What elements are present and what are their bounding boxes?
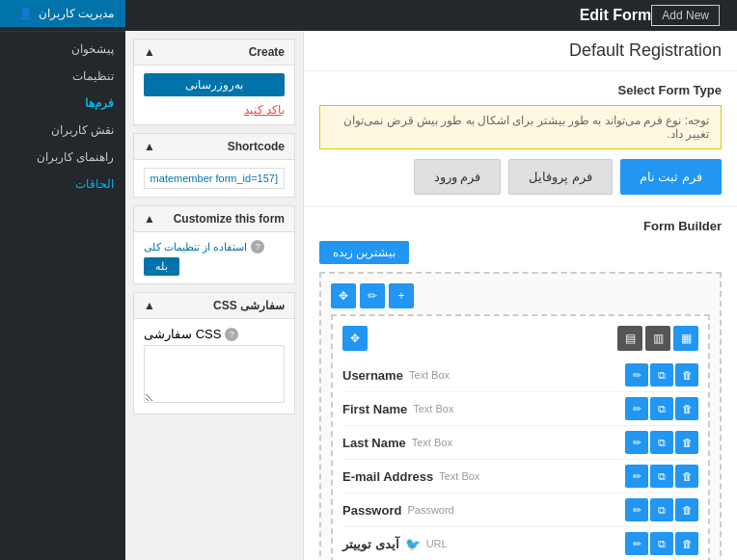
shortcode-section: ▲ Shortcode bbox=[133, 133, 295, 198]
add-canvas-btn[interactable]: + bbox=[389, 283, 414, 308]
main-area: Edit Form Add New ▲ Create به‌روزرسانی ب… bbox=[125, 0, 737, 560]
field-edit-btn[interactable]: ✏ bbox=[625, 363, 648, 387]
page-title: Edit Form bbox=[580, 7, 652, 24]
customize-link[interactable]: استفاده از تنظیمات کلی bbox=[144, 241, 247, 253]
form-type-login[interactable]: فرم ورود bbox=[414, 159, 502, 195]
sidebar-item-user-management[interactable]: 👤 مدیریت کاربران bbox=[0, 0, 125, 27]
field-copy-btn[interactable]: ⧉ bbox=[650, 363, 673, 387]
info-icon: ? bbox=[251, 240, 264, 253]
yes-button[interactable]: بله bbox=[144, 257, 179, 276]
layout-1col-btn[interactable]: ▤ bbox=[617, 326, 642, 351]
field-edit-btn[interactable]: ✏ bbox=[625, 465, 648, 488]
sidebar-item-label: نقش کاربران bbox=[51, 123, 114, 137]
move-handle-outer[interactable]: ✥ bbox=[331, 283, 356, 308]
triangle-icon-4: ▲ bbox=[144, 299, 155, 312]
add-new-button[interactable]: Add New bbox=[651, 5, 720, 26]
sidebar-item-label: تنظیمات bbox=[72, 69, 114, 83]
customize-section: ▲ Customize this form ? استفاده از تنظیم… bbox=[133, 205, 295, 284]
table-row: 🗑 ⧉ ✏ Text Box E-mail Address bbox=[342, 460, 698, 493]
field-delete-btn[interactable]: 🗑 bbox=[675, 397, 698, 420]
field-delete-btn[interactable]: 🗑 bbox=[675, 431, 698, 454]
field-type: URL bbox=[426, 538, 448, 549]
table-row: 🗑 ⧉ ✏ Text Box Username bbox=[342, 359, 698, 392]
field-actions: 🗑 ⧉ ✏ bbox=[625, 431, 698, 454]
field-edit-btn[interactable]: ✏ bbox=[625, 397, 648, 420]
field-delete-btn[interactable]: 🗑 bbox=[675, 498, 698, 521]
create-section-body: به‌روزرسانی باکد کنید bbox=[134, 66, 294, 124]
sidebar: 👤 مدیریت کاربران پیشخوان تنظیمات فرم‌ها … bbox=[0, 0, 125, 560]
table-row: 🗑 ⧉ ✏ Text Box First Name bbox=[342, 392, 698, 426]
top-bar: Edit Form Add New bbox=[125, 0, 737, 31]
triangle-icon-3: ▲ bbox=[144, 212, 155, 226]
field-name: E-mail Address bbox=[342, 469, 433, 484]
field-delete-btn[interactable]: 🗑 bbox=[675, 363, 698, 387]
customize-section-header: ▲ Customize this form bbox=[134, 206, 294, 232]
field-edit-btn[interactable]: ✏ bbox=[625, 498, 648, 521]
field-actions: 🗑 ⧉ ✏ bbox=[625, 363, 698, 387]
css-section-header: ▲ CSS سفارشی bbox=[134, 293, 294, 319]
sidebar-item-forms[interactable]: فرم‌ها bbox=[0, 90, 125, 117]
form-title-bar: Default Registration bbox=[304, 31, 737, 71]
layout-2col-btn[interactable]: ▥ bbox=[645, 326, 670, 351]
sidebar-item-label: راهنمای کاربران bbox=[37, 150, 114, 164]
field-type: Password bbox=[407, 504, 453, 516]
sidebar-item-roles[interactable]: نقش کاربران bbox=[0, 117, 125, 144]
users-icon: 👤 bbox=[18, 7, 33, 20]
field-actions: 🗑 ⧉ ✏ bbox=[625, 498, 698, 521]
center-panel: Default Registration Select Form Type تو… bbox=[304, 31, 737, 560]
table-row: 🗑 ⧉ ✏ URL 🐦 آیدی توییتر bbox=[342, 527, 698, 560]
table-row: 🗑 ⧉ ✏ Password Password bbox=[342, 493, 698, 527]
css-info-icon: ? bbox=[225, 328, 238, 341]
field-label: Password Password bbox=[342, 503, 617, 518]
field-name: Last Name bbox=[342, 436, 406, 450]
form-type-header: Select Form Type bbox=[319, 83, 722, 97]
field-name: First Name bbox=[342, 402, 407, 416]
sidebar-item-settings[interactable]: تنظیمات bbox=[0, 63, 125, 90]
field-actions: 🗑 ⧉ ✏ bbox=[625, 532, 698, 555]
form-type-buttons: فرم ثبت نام فرم پروفایل فرم ورود bbox=[319, 159, 722, 195]
field-copy-btn[interactable]: ⧉ bbox=[650, 498, 673, 521]
field-edit-btn[interactable]: ✏ bbox=[625, 431, 648, 454]
field-edit-btn[interactable]: ✏ bbox=[625, 532, 648, 555]
field-type: Text Box bbox=[413, 403, 453, 414]
field-type: Text Box bbox=[412, 437, 452, 448]
form-type-notice: توجه: نوع فرم می‌تواند به طور بیشتر برای… bbox=[319, 105, 722, 149]
twitter-icon: 🐦 bbox=[405, 537, 421, 551]
triangle-icon: ▲ bbox=[144, 45, 155, 59]
move-handle-inner[interactable]: ✥ bbox=[342, 326, 368, 351]
shortcode-input[interactable] bbox=[144, 168, 285, 189]
field-delete-btn[interactable]: 🗑 bbox=[675, 465, 698, 488]
field-name: آیدی توییتر bbox=[342, 537, 399, 551]
form-canvas: ✥ ✏ + ✥ ▤ ▥ ▦ bbox=[319, 272, 722, 560]
shortcode-section-body bbox=[134, 160, 294, 197]
layout-3col-btn[interactable]: ▦ bbox=[673, 326, 698, 351]
sidebar-item-guide[interactable]: راهنمای کاربران bbox=[0, 144, 125, 171]
create-section: ▲ Create به‌روزرسانی باکد کنید bbox=[133, 39, 295, 125]
copy-code-link[interactable]: باکد کنید bbox=[244, 103, 285, 117]
field-delete-btn[interactable]: 🗑 bbox=[675, 532, 698, 555]
css-textarea[interactable] bbox=[144, 345, 285, 403]
field-name: Password bbox=[342, 503, 401, 518]
css-label: CSS سفارشی bbox=[144, 327, 221, 341]
left-panel: ▲ Create به‌روزرسانی باکد کنید ▲ Shortco bbox=[125, 31, 304, 560]
css-section: ▲ CSS سفارشی ? CSS سفارشی bbox=[133, 292, 295, 414]
field-label: Text Box First Name bbox=[342, 402, 617, 416]
update-button[interactable]: به‌روزرسانی bbox=[144, 73, 285, 96]
css-section-body: ? CSS سفارشی bbox=[134, 319, 294, 413]
form-type-profile[interactable]: فرم پروفایل bbox=[508, 159, 613, 195]
sidebar-item-plugins[interactable]: الحاقات bbox=[0, 171, 125, 198]
sidebar-item-dashboard[interactable]: پیشخوان bbox=[0, 36, 125, 63]
field-copy-btn[interactable]: ⧉ bbox=[650, 397, 673, 420]
more-fields-button[interactable]: بیشترین زیده bbox=[319, 241, 409, 264]
form-type-registration[interactable]: فرم ثبت نام bbox=[620, 159, 722, 195]
field-copy-btn[interactable]: ⧉ bbox=[650, 532, 673, 555]
field-type: Text Box bbox=[439, 470, 479, 482]
edit-canvas-btn[interactable]: ✏ bbox=[360, 283, 385, 308]
field-copy-btn[interactable]: ⧉ bbox=[650, 465, 673, 488]
form-builder-section: Form Builder بیشترین زیده ✥ ✏ + ✥ bbox=[304, 207, 737, 560]
field-copy-btn[interactable]: ⧉ bbox=[650, 431, 673, 454]
form-builder-header: Form Builder bbox=[319, 219, 722, 233]
field-rows-container: 🗑 ⧉ ✏ Text Box Username 🗑 ⧉ ✏ Text Box F… bbox=[342, 359, 698, 560]
create-section-header: ▲ Create bbox=[134, 40, 294, 66]
field-actions: 🗑 ⧉ ✏ bbox=[625, 465, 698, 488]
